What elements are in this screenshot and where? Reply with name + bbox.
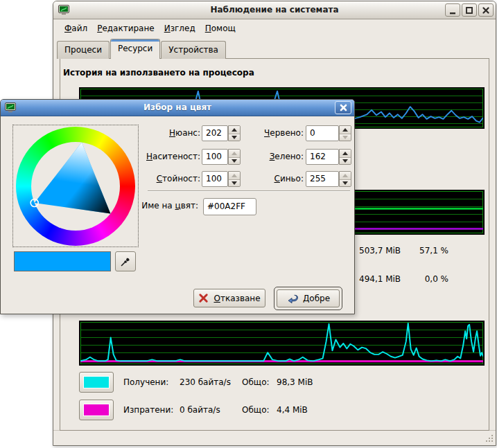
arrow-up-icon xyxy=(232,128,237,132)
menu-view[interactable]: Изглед xyxy=(159,21,200,35)
menu-edit[interactable]: Редактиране xyxy=(92,21,159,35)
sent-legend-row: Изпратени: 0 байта/s Общо: 4,4 MiB xyxy=(79,400,377,421)
value-spinner[interactable] xyxy=(228,171,241,187)
eyedropper-icon xyxy=(120,256,131,267)
saturation-spin-up[interactable] xyxy=(229,150,240,157)
value-spin-up[interactable] xyxy=(229,172,240,179)
red-label: Червено: xyxy=(250,128,304,138)
sent-total-label: Общо: xyxy=(242,405,270,415)
color-wheel-area[interactable] xyxy=(12,125,139,247)
color-name-label: Име на цвят: xyxy=(125,201,198,210)
red-spin-down[interactable] xyxy=(340,134,351,141)
window-title: Наблюдение на системата xyxy=(53,5,496,15)
arrow-down-icon xyxy=(232,181,237,185)
memory-values-row: 503,7 MiB 57,1 % xyxy=(359,246,448,256)
close-button[interactable] xyxy=(478,3,494,17)
sent-color-button[interactable] xyxy=(79,400,114,420)
hue-spinner[interactable] xyxy=(228,125,241,141)
dialog-titlebar[interactable]: Избор на цвят xyxy=(1,100,354,116)
arrow-up-icon xyxy=(342,152,348,155)
dialog-close-icon xyxy=(339,103,348,112)
received-color-button[interactable] xyxy=(79,372,114,393)
sent-color-swatch xyxy=(83,404,110,416)
saturation-input[interactable]: 100 xyxy=(202,149,228,165)
received-label: Получени: xyxy=(123,377,168,387)
resize-grip[interactable] xyxy=(484,433,494,443)
memory-percent: 57,1 % xyxy=(419,246,448,256)
main-titlebar[interactable]: Наблюдение на системата xyxy=(53,1,496,19)
received-total-label: Общо: xyxy=(242,377,270,387)
network-lines xyxy=(80,322,483,364)
green-spinner[interactable] xyxy=(339,149,351,165)
blue-spinner[interactable] xyxy=(339,171,351,187)
hue-label: Нюанс: xyxy=(139,128,200,138)
hue-spin-up[interactable] xyxy=(229,126,240,134)
cancel-button[interactable]: Отказване xyxy=(193,289,265,307)
sent-label: Изпратени: xyxy=(123,405,173,415)
tab-devices[interactable]: Устройства xyxy=(161,41,226,59)
arrow-down-icon xyxy=(232,159,237,163)
menu-help[interactable]: Помощ xyxy=(200,21,241,35)
color-name-input[interactable]: #00A2FF xyxy=(203,198,256,215)
desktop: Наблюдение на системата Файл Редактиране… xyxy=(0,0,497,448)
menubar: Файл Редактиране Изглед Помощ xyxy=(54,20,495,37)
blue-input[interactable]: 255 xyxy=(306,171,339,187)
red-input[interactable]: 0 xyxy=(306,125,339,141)
dialog-close-button[interactable] xyxy=(335,101,351,114)
arrow-up-icon xyxy=(342,128,348,132)
arrow-up-icon xyxy=(232,152,237,155)
close-icon xyxy=(481,6,491,15)
saturation-spin-down[interactable] xyxy=(229,157,240,165)
notebook-tabs: Процеси Ресурси Устройства xyxy=(57,39,227,59)
dialog-title: Избор на цвят xyxy=(1,102,354,112)
sv-triangle[interactable] xyxy=(16,127,135,246)
saturation-label: Наситеност: xyxy=(139,152,200,161)
maximize-icon xyxy=(464,6,474,15)
value-label: Стойност: xyxy=(139,174,200,183)
swap-percent: 0,0 % xyxy=(425,274,448,284)
arrow-down-icon xyxy=(232,136,237,139)
red-spinner[interactable] xyxy=(339,125,351,141)
green-input[interactable]: 162 xyxy=(306,149,339,165)
ok-enter-icon xyxy=(286,294,298,304)
blue-spin-up[interactable] xyxy=(340,172,351,179)
minimize-icon xyxy=(448,6,457,15)
network-history-chart xyxy=(79,321,485,366)
hue-spin-down[interactable] xyxy=(229,134,240,141)
ok-button-focus-ring: Добре xyxy=(274,287,342,310)
maximize-button[interactable] xyxy=(462,3,477,17)
tab-resources[interactable]: Ресурси xyxy=(110,39,160,59)
hue-ring[interactable] xyxy=(16,127,135,246)
ok-button[interactable]: Добре xyxy=(277,289,340,307)
swap-size: 494,1 MiB xyxy=(359,274,401,284)
hue-input[interactable]: 202 xyxy=(202,125,228,141)
cancel-x-icon xyxy=(198,293,209,303)
ok-label: Добре xyxy=(303,294,330,303)
statusbar xyxy=(53,430,496,445)
eyedropper-button[interactable] xyxy=(115,251,136,271)
green-spin-down[interactable] xyxy=(340,157,351,165)
minimize-button[interactable] xyxy=(445,3,460,17)
value-spin-down[interactable] xyxy=(229,179,240,187)
cpu-history-heading: История на използването на процесора xyxy=(63,68,254,78)
separator xyxy=(148,190,350,192)
value-input[interactable]: 100 xyxy=(202,171,228,187)
received-color-swatch xyxy=(83,376,110,388)
green-label: Зелено: xyxy=(250,152,304,161)
arrow-up-icon xyxy=(232,174,237,177)
received-legend-row: Получени: 230 байта/s Общо: 98,3 MiB xyxy=(79,372,377,393)
green-spin-up[interactable] xyxy=(340,150,351,157)
saturation-spinner[interactable] xyxy=(228,149,241,165)
swap-values-row: 494,1 MiB 0,0 % xyxy=(359,274,448,284)
sent-rate: 0 байта/s xyxy=(180,405,220,415)
tab-processes[interactable]: Процеси xyxy=(57,41,110,59)
menu-file[interactable]: Файл xyxy=(60,21,92,35)
blue-spin-down[interactable] xyxy=(340,179,351,187)
arrow-down-icon xyxy=(342,159,348,163)
received-total: 98,3 MiB xyxy=(277,377,313,387)
received-rate: 230 байта/s xyxy=(180,377,231,387)
red-spin-up[interactable] xyxy=(340,126,351,134)
cancel-label: Отказване xyxy=(213,294,260,303)
arrow-down-icon xyxy=(342,136,348,139)
blue-label: Синьо: xyxy=(250,174,304,183)
